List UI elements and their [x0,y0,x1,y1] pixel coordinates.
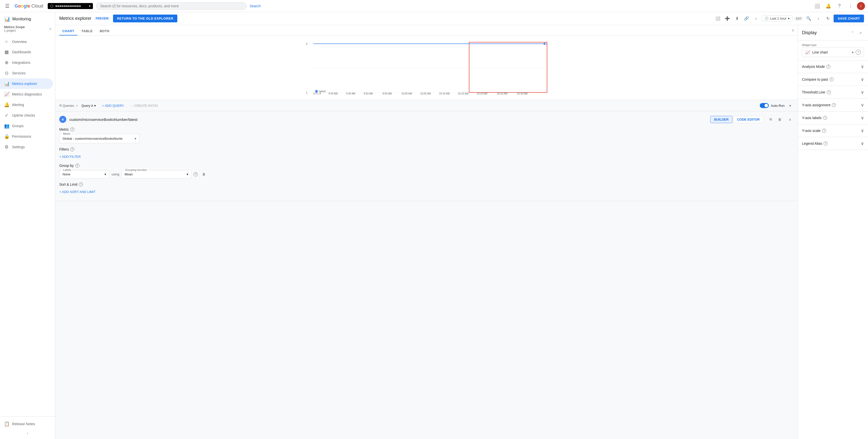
add-to-dashboard-icon[interactable]: ➕ [723,15,731,22]
notifications-icon[interactable]: 🔔 [824,1,833,10]
sidebar-item-permissions[interactable]: 🔒 Permissions [0,131,53,142]
svg-text:9:45 AM: 9:45 AM [346,92,355,95]
grouping-value: Mean [125,172,187,176]
metric-help-icon[interactable]: ? [70,127,74,131]
tab-table[interactable]: TABLE [79,27,96,35]
y-axis-assignment-help-icon[interactable]: ? [832,103,836,107]
sidebar-footer: 📋 Release Notes ‹ [0,416,55,439]
tab-both[interactable]: BOTH [97,27,113,35]
query-bar: ≡ Queries › Query A ▾ + ADD QUERY → CREA… [55,100,798,111]
hamburger-icon[interactable]: ☰ [3,1,11,11]
sort-limit-section: Sort & Limit ? + ADD SORT AND LIMIT [59,182,794,195]
sidebar-item-release-notes[interactable]: 📋 Release Notes [0,419,53,429]
metric-field-value: Global - custom/microserviceBooksNumb [63,137,135,141]
filters-help-icon[interactable]: ? [70,147,74,151]
delete-grouping-icon[interactable]: 🗑 [200,170,208,178]
y-axis-scale-text: Y-axis scale [802,129,820,133]
y-axis-assignment-section[interactable]: Y-axis assignment ? ∨ [798,99,868,112]
sidebar-item-integrations[interactable]: ⊕ Integrations [0,57,53,68]
timezone-badge: EDT [795,17,803,21]
display-panel-pin-icon[interactable]: ⤢ [857,29,864,36]
download-icon[interactable]: ⬇ [733,15,741,22]
builder-button[interactable]: BUILDER [710,116,733,123]
labels-dropdown[interactable]: Labels None ▾ [59,170,110,178]
auto-run-switch[interactable] [760,103,769,108]
y-axis-labels-help-icon[interactable]: ? [823,116,827,120]
sidebar-item-label: Alerting [12,103,24,107]
project-name: ●●●●●●●●●●●●● [55,4,87,8]
sidebar-item-services[interactable]: ⊙ Services [0,68,53,79]
copy-query-icon[interactable]: ⧉ [767,115,775,123]
legend-alias-label: Legend Alias ? [802,142,828,146]
project-selector[interactable]: ⬡ ●●●●●●●●●●●●● ▾ [48,3,93,9]
query-expand-btn[interactable]: ∧ [786,116,794,123]
analysis-mode-help-icon[interactable]: ? [826,65,830,68]
search-input[interactable] [100,4,242,8]
search-bar[interactable] [96,2,247,10]
legend-alias-help-icon[interactable]: ? [824,142,828,146]
refresh-icon[interactable]: ↻ [824,15,832,22]
y-axis-scale-help-icon[interactable]: ? [822,129,826,133]
auto-run-toggle[interactable]: Auto-Run [760,103,785,108]
fullscreen-icon[interactable]: ⬜ [714,15,721,22]
legend-alias-section[interactable]: Legend Alias ? ∨ [798,137,868,150]
query-name-selector[interactable]: Query A ▾ [80,103,98,109]
grouping-function-dropdown[interactable]: Grouping function Mean ▾ [121,170,192,178]
y-axis-scale-section[interactable]: Y-axis scale ? ∨ [798,124,868,137]
sidebar-item-label: Permissions [12,135,31,139]
sort-limit-help-icon[interactable]: ? [79,182,83,186]
sidebar-item-groups[interactable]: 👥 Groups [0,121,53,131]
compare-help-icon[interactable]: ? [830,78,834,81]
analysis-mode-label: Analysis Mode ? [802,65,830,68]
return-to-old-explorer-button[interactable]: RETURN TO THE OLD EXPLORER [113,14,177,22]
grouping-arrow-icon: ▾ [187,172,188,176]
threshold-help-icon[interactable]: ? [827,90,831,94]
sidebar-item-dashboards[interactable]: ▦ Dashboards [0,47,53,57]
queries-chevron-icon: › [76,103,78,108]
sidebar-item-metrics-diagnostics[interactable]: 📈 Metrics diagnostics [0,89,53,99]
sidebar-item-uptime-checks[interactable]: ✓ Uptime checks [0,110,53,121]
sort-limit-text: Sort & Limit [59,182,78,186]
zoom-icon[interactable]: 🔍 [805,15,812,22]
next-icon[interactable]: › [814,15,822,22]
more-options-icon[interactable]: ⋮ [846,1,855,10]
threshold-line-section[interactable]: Threshold Line ? ∨ [798,86,868,99]
create-ratio-button[interactable]: → CREATE RATIO [128,103,160,109]
add-query-button[interactable]: + ADD QUERY [100,103,126,109]
search-button[interactable]: Search [250,4,261,8]
sidebar-item-settings[interactable]: ⚙ Settings [0,142,53,152]
time-selector[interactable]: 🕐 Last 1 hour ▾ [762,15,793,22]
widget-type-help-icon[interactable]: ? [856,50,861,55]
widget-type-dropdown[interactable]: 📈 Line chart ▾ ? [802,48,864,57]
delete-query-icon[interactable]: 🗑 [776,115,784,123]
help-icon[interactable]: ? [835,1,844,10]
tab-chart[interactable]: CHART [59,27,78,35]
preview-badge: PREVIEW [94,17,110,20]
prev-icon[interactable]: ‹ [752,15,760,22]
monitor-icon[interactable]: ⬜ [813,1,822,10]
sidebar-item-alerting[interactable]: 🔔 Alerting [0,99,53,110]
query-collapse-button[interactable]: ▾ [786,102,794,109]
scope-expand-icon[interactable]: › [50,26,51,31]
sidebar-item-metrics-explorer[interactable]: 📊 Metrics explorer [0,79,53,89]
user-avatar[interactable]: I [857,2,865,10]
release-notes-label: Release Notes [12,422,35,426]
sidebar-item-overview[interactable]: ○ Overview [0,36,53,47]
analysis-mode-section[interactable]: Analysis Mode ? ∨ [798,60,868,73]
y-axis-labels-section[interactable]: Y-axis labels ? ∨ [798,112,868,124]
display-panel-expand-icon[interactable]: ⌃ [849,29,856,36]
compare-to-past-section[interactable]: Compare to past ? ∨ [798,73,868,86]
link-icon[interactable]: 🔗 [743,15,750,22]
save-chart-button[interactable]: SAVE CHART [834,14,864,22]
metric-field[interactable]: Metric Global - custom/microserviceBooks… [59,134,140,143]
code-editor-button[interactable]: CODE EDITOR [733,116,764,123]
add-sort-button[interactable]: + ADD SORT AND LIMIT [59,189,794,195]
sidebar-collapse-btn[interactable]: ‹ [0,429,55,437]
sidebar-item-label: Metrics diagnostics [12,92,42,96]
top-bar-icons: ⬜ 🔔 ? ⋮ I [813,1,865,10]
chart-svg: 2 1 UTC-4 9:40 AM 9:45 AM 9:50 AM [59,40,794,95]
group-by-help-icon[interactable]: ? [75,164,80,168]
add-filter-button[interactable]: + ADD FILTER [59,154,794,159]
grouping-help-icon[interactable]: ? [194,172,198,176]
metrics-scope-label: Metrics Scope [4,25,25,29]
